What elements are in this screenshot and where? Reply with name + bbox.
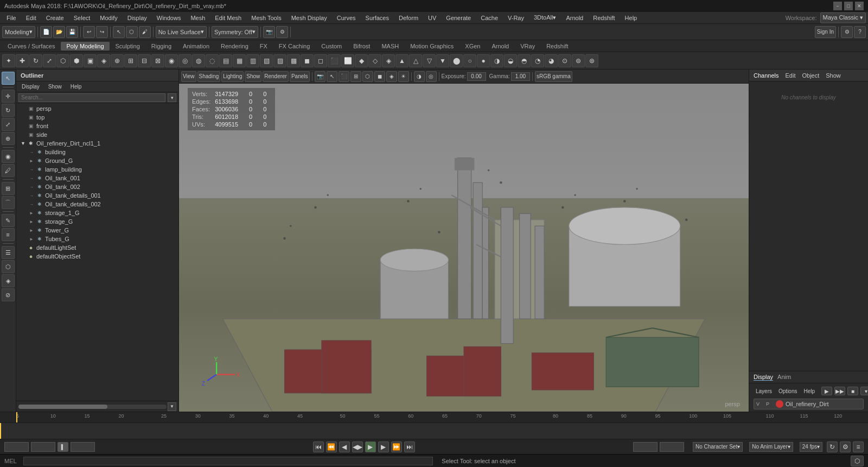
shelf-poly2[interactable]: ⬢ (70, 54, 83, 67)
tool-scale[interactable]: ⤢ (2, 118, 15, 131)
tree-expand-arrow[interactable]: ► (29, 211, 36, 216)
layers-menu-help[interactable]: Help (801, 388, 817, 395)
open-file-btn[interactable]: 📂 (53, 26, 65, 38)
shelf-poly3[interactable]: ▣ (84, 54, 97, 67)
vp-menu-renderer[interactable]: Renderer (263, 71, 289, 82)
menu-mesh-tools[interactable]: Mesh Tools (247, 14, 285, 22)
shelf-poly38[interactable]: ⊙ (558, 54, 571, 67)
shelf-poly30[interactable]: ⬤ (450, 54, 463, 67)
menu-modify[interactable]: Modify (95, 14, 122, 22)
layer-vis-btn[interactable]: V (756, 401, 764, 407)
shelf-rotate[interactable]: ↻ (29, 54, 42, 67)
next-key-btn[interactable]: ⏩ (391, 441, 402, 452)
vp-solid[interactable]: ◼ (374, 71, 385, 82)
shelf-poly18[interactable]: ▩ (287, 54, 300, 67)
object-btn[interactable]: Object (802, 72, 819, 79)
play-back-btn[interactable]: ◀▶ (352, 441, 363, 452)
tree-expand-arrow[interactable]: ► (29, 228, 36, 233)
tree-item-ground[interactable]: ► ✱ Ground_G (17, 156, 177, 165)
shelf-poly17[interactable]: ▨ (273, 54, 286, 67)
select-btn[interactable]: ↖ (113, 26, 125, 38)
sign-in-btn[interactable]: Sign In (815, 26, 836, 38)
shelf-select[interactable]: ✦ (2, 54, 15, 67)
tree-item-oil-tank-details-001[interactable]: → ✱ Oil_tank_details_001 (17, 191, 177, 200)
menu-vray[interactable]: V-Ray (503, 14, 528, 22)
vp-xray[interactable]: ◑ (414, 71, 425, 82)
shelf-poly35[interactable]: ◓ (518, 54, 531, 67)
tree-item-tower-g[interactable]: ► ✱ Tower_G (17, 226, 177, 235)
mel-input[interactable] (23, 457, 433, 465)
shelf-poly14[interactable]: ▦ (233, 54, 246, 67)
exposure-input[interactable] (467, 72, 486, 81)
tool-sculpt[interactable]: 🖊 (2, 164, 15, 177)
tab-fx-caching[interactable]: FX Caching (273, 42, 315, 51)
settings-btn[interactable]: ⚙ (841, 26, 853, 38)
range-end-input[interactable]: 120 (71, 442, 95, 452)
tab-poly-modeling[interactable]: Poly Modeling (61, 42, 109, 51)
tab-fx[interactable]: FX (254, 42, 273, 51)
layer-options-btn[interactable]: ▾ (860, 387, 868, 395)
maximize-button[interactable]: □ (844, 2, 853, 10)
shelf-poly24[interactable]: ◇ (368, 54, 381, 67)
shelf-poly33[interactable]: ◑ (490, 54, 503, 67)
undo-btn[interactable]: ↩ (83, 26, 95, 38)
scroll-down-btn[interactable]: ▼ (168, 402, 176, 411)
tool-soft-select[interactable]: ◉ (2, 150, 15, 163)
shelf-poly13[interactable]: ▤ (219, 54, 232, 67)
outliner-menu-display[interactable]: Display (18, 83, 43, 90)
shelf-poly25[interactable]: ◈ (382, 54, 395, 67)
tab-rigging[interactable]: Rigging (146, 42, 177, 51)
shelf-poly34[interactable]: ◒ (504, 54, 517, 67)
tree-expand-arrow[interactable]: ► (29, 159, 36, 163)
layer-item[interactable]: V P Oil_refinery_Dirt (754, 399, 864, 409)
tool-crease[interactable]: ≡ (2, 228, 15, 241)
timeline-settings-btn[interactable]: ≡ (853, 441, 864, 452)
tool-move[interactable]: ✛ (2, 90, 15, 103)
layer-stop-btn[interactable]: ■ (847, 387, 858, 395)
shelf-poly8[interactable]: ⊠ (151, 54, 164, 67)
layers-menu-layers[interactable]: Layers (754, 388, 774, 395)
save-file-btn[interactable]: 💾 (66, 26, 78, 38)
shelf-poly27[interactable]: △ (409, 54, 422, 67)
menu-deform[interactable]: Deform (394, 14, 423, 22)
shelf-poly5[interactable]: ⊕ (111, 54, 124, 67)
redo-btn[interactable]: ↪ (96, 26, 108, 38)
shelf-poly21[interactable]: ⬛ (328, 54, 341, 67)
outliner-scrollbar[interactable] (18, 405, 167, 409)
lasso-btn[interactable]: ⬡ (126, 26, 138, 38)
menu-generate[interactable]: Generate (442, 14, 475, 22)
edit-btn[interactable]: Edit (785, 72, 795, 79)
menu-curves[interactable]: Curves (333, 14, 360, 22)
menu-windows[interactable]: Windows (152, 14, 186, 22)
shelf-poly10[interactable]: ◎ (178, 54, 192, 67)
shelf-poly22[interactable]: ⬜ (341, 54, 354, 67)
new-file-btn[interactable]: 📄 (40, 26, 52, 38)
search-options-btn[interactable]: ▾ (168, 93, 176, 102)
range-start-input[interactable]: 1 (31, 442, 55, 452)
prev-key-btn[interactable]: ⏪ (326, 441, 337, 452)
next-frame-btn[interactable]: ▶ (378, 441, 389, 452)
outliner-menu-show[interactable]: Show (45, 83, 65, 90)
vp-menu-panels[interactable]: Panels (290, 71, 310, 82)
tree-expand-arrow[interactable]: ▼ (21, 141, 27, 146)
go-start-btn[interactable]: ⏮ (313, 441, 324, 452)
shelf-poly37[interactable]: ◕ (545, 54, 558, 67)
tool-universal[interactable]: ⊕ (2, 132, 15, 145)
tree-expand-arrow[interactable]: ► (29, 237, 36, 242)
no-anim-layer-dropdown[interactable]: No Anim Layer ▾ (749, 442, 793, 452)
menu-edit-mesh[interactable]: Edit Mesh (210, 14, 246, 22)
tree-item-building[interactable]: → ✱ building (17, 148, 177, 156)
tree-item-oil-tank-002[interactable]: → ✱ Oil_tank_002 (17, 182, 177, 191)
range-marker[interactable]: ▌ (58, 442, 68, 452)
layer-playback-btn[interactable]: P (766, 401, 774, 407)
tool-uv-editor[interactable]: ◈ (2, 274, 15, 287)
show-btn[interactable]: Show (826, 72, 841, 79)
shelf-poly40[interactable]: ⊛ (585, 54, 598, 67)
shelf-poly31[interactable]: ○ (463, 54, 476, 67)
help-btn[interactable]: ? (854, 26, 866, 38)
tree-item-default-light-set[interactable]: ● defaultLightSet (17, 243, 177, 252)
vp-textured[interactable]: ◈ (386, 71, 397, 82)
shelf-poly19[interactable]: ◼ (301, 54, 314, 67)
menu-uv[interactable]: UV (424, 14, 441, 22)
vp-srgb-btn[interactable]: sRGB gamma (535, 71, 572, 82)
